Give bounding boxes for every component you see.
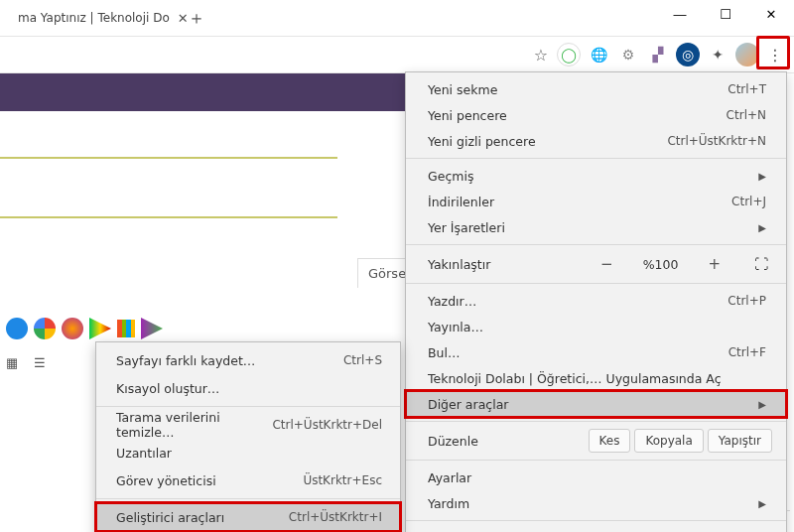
menu-separator: [96, 498, 400, 499]
zoom-label: Yakınlaştır: [428, 257, 577, 272]
extensions-puzzle-icon[interactable]: ✦: [706, 43, 729, 66]
submenu-dev-tools[interactable]: Geliştirici araçlarıCtrl+ÜstKrktr+I: [96, 503, 400, 531]
extension-icon[interactable]: ◯: [557, 43, 581, 66]
cut-button[interactable]: Kes: [589, 429, 631, 453]
toolbar-row: ☆ ◯ 🌐 ⚙ ▞ ◎ ✦ ⋮: [0, 36, 794, 73]
tab-strip: ma Yaptınız | Teknoloji Do ✕ ＋: [0, 0, 210, 36]
menu-separator: [406, 421, 786, 422]
decorative-line: [0, 157, 337, 159]
main-menu: Yeni sekmeCtrl+T Yeni pencereCtrl+N Yeni…: [405, 71, 787, 532]
edit-label: Düzenle: [428, 434, 585, 449]
chevron-right-icon: ▶: [758, 171, 766, 182]
menu-new-incognito[interactable]: Yeni gizli pencereCtrl+ÜstKrktr+N: [406, 128, 786, 154]
window-close-button[interactable]: ✕: [748, 0, 794, 28]
menu-new-tab[interactable]: Yeni sekmeCtrl+T: [406, 76, 786, 102]
extension-icon[interactable]: ⚙: [616, 43, 640, 66]
extension-icon[interactable]: ▞: [646, 43, 670, 66]
menu-separator: [406, 460, 786, 461]
list-view-icon[interactable]: ☰: [34, 355, 52, 373]
menu-separator: [406, 520, 786, 521]
window-minimize-button[interactable]: ―: [657, 0, 703, 28]
bookmark-icon[interactable]: [117, 320, 135, 337]
bookmark-icon[interactable]: [62, 318, 83, 339]
bookmark-icon[interactable]: [141, 318, 163, 339]
chevron-right-icon: ▶: [758, 222, 766, 233]
menu-more-tools[interactable]: Diğer araçlar▶: [406, 391, 786, 417]
zoom-out-button[interactable]: −: [595, 255, 619, 273]
menu-bookmarks[interactable]: Yer İşaretleri▶: [406, 214, 786, 240]
window-maximize-button[interactable]: ☐: [703, 0, 748, 28]
menu-new-window[interactable]: Yeni pencereCtrl+N: [406, 102, 786, 128]
menu-separator: [96, 406, 400, 407]
more-tools-submenu: Sayfayı farklı kaydet…Ctrl+S Kısayol olu…: [95, 341, 401, 532]
extension-icon[interactable]: ◎: [676, 43, 700, 66]
copy-button[interactable]: Kopyala: [634, 429, 703, 453]
menu-settings[interactable]: Ayarlar: [406, 465, 786, 490]
highlight-kebab: [756, 36, 790, 69]
menu-cast[interactable]: Yayınla…: [406, 314, 786, 339]
grid-view-icon[interactable]: ▦: [6, 355, 24, 373]
menu-separator: [406, 244, 786, 245]
tab-title: ma Yaptınız | Teknoloji Do: [18, 11, 170, 25]
menu-separator: [406, 158, 786, 159]
menu-edit-row: Düzenle Kes Kopyala Yapıştır: [406, 426, 786, 456]
extension-icon[interactable]: 🌐: [587, 43, 610, 66]
menu-history[interactable]: Geçmiş▶: [406, 163, 786, 189]
menu-print[interactable]: Yazdır…Ctrl+P: [406, 288, 786, 314]
menu-separator: [406, 283, 786, 284]
menu-find[interactable]: Bul…Ctrl+F: [406, 339, 786, 365]
menu-help[interactable]: Yardım▶: [406, 490, 786, 516]
bookmarks-bar: [6, 318, 163, 339]
menu-zoom-row: Yakınlaştır − %100 + ⛶: [406, 249, 786, 279]
page-banner: [0, 73, 405, 111]
paste-button[interactable]: Yapıştır: [708, 429, 772, 453]
zoom-in-button[interactable]: +: [702, 255, 727, 273]
bookmark-icon[interactable]: [34, 318, 56, 339]
chevron-right-icon: ▶: [758, 399, 766, 410]
submenu-create-shortcut[interactable]: Kısayol oluştur…: [96, 374, 400, 402]
decorative-line: [0, 216, 337, 218]
menu-downloads[interactable]: İndirilenlerCtrl+J: [406, 189, 786, 214]
menu-exit[interactable]: Çıkış: [406, 525, 786, 532]
browser-tab[interactable]: ma Yaptınız | Teknoloji Do ✕: [8, 3, 177, 33]
view-controls: ▦ ☰: [6, 355, 52, 373]
chevron-right-icon: ▶: [758, 498, 766, 509]
zoom-percent: %100: [637, 257, 685, 272]
submenu-extensions[interactable]: Uzantılar: [96, 439, 400, 466]
submenu-save-page[interactable]: Sayfayı farklı kaydet…Ctrl+S: [96, 346, 400, 374]
submenu-task-manager[interactable]: Görev yöneticisiÜstKrktr+Esc: [96, 466, 400, 494]
new-tab-button[interactable]: ＋: [183, 4, 210, 32]
menu-open-in-app[interactable]: Teknoloji Dolabı | Öğretici,… Uygulaması…: [406, 365, 786, 391]
bookmark-icon[interactable]: [89, 318, 111, 339]
submenu-clear-browsing[interactable]: Tarama verilerini temizle…Ctrl+ÜstKrktr+…: [96, 411, 400, 439]
fullscreen-icon[interactable]: ⛶: [754, 256, 768, 272]
bookmark-icon[interactable]: [6, 318, 28, 339]
bookmark-star-icon[interactable]: ☆: [534, 46, 548, 65]
